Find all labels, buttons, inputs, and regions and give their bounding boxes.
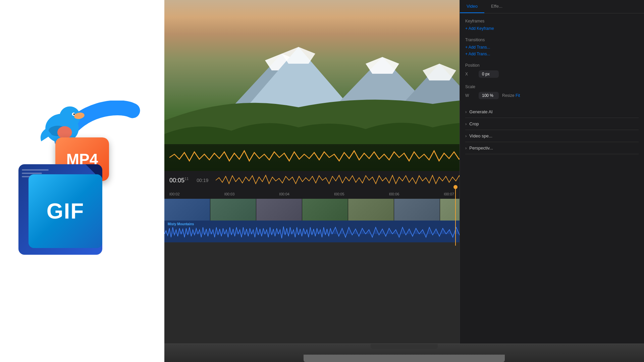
video-spec-section[interactable]: › Video spe... [465, 130, 639, 142]
position-section: Position X 0 px [465, 63, 639, 78]
tab-video[interactable]: Video [460, 0, 484, 13]
thumbnail-5 [348, 199, 394, 221]
crop-section[interactable]: › Crop [465, 118, 639, 130]
playhead-head [453, 185, 458, 189]
position-title: Position [465, 63, 639, 68]
thumbnail-2 [210, 199, 256, 221]
generate-ai-section[interactable]: › Generate AI [465, 106, 639, 118]
audio-track-label: Misty Mountains [168, 222, 194, 226]
thumbnail-1 [164, 199, 210, 221]
ruler-mark-4: I00:05 [334, 192, 344, 196]
tab-effects[interactable]: Effe... [484, 0, 509, 13]
w-value[interactable]: 100 % [479, 92, 499, 99]
gif-line-2 [22, 173, 42, 174]
right-panel: Video Effe... Keyframes + Add Keyframe T… [460, 0, 644, 362]
transitions-section: Transitions + Add Trans... + Add Trans..… [465, 38, 639, 56]
ruler-mark-3: I00:04 [279, 192, 289, 196]
perspective-section[interactable]: › Perspectiv... [465, 142, 639, 154]
app-container: 00:0511 00:19 🔇 ⏪ ▶ ⏩ ⏭ 111% ⛶ 🔍 [164, 0, 644, 362]
svg-point-5 [73, 113, 75, 115]
ruler-mark-2: I00:03 [224, 192, 235, 196]
svg-marker-14 [282, 47, 315, 64]
add-keyframe-button[interactable]: + Add Keyframe [465, 26, 639, 31]
conversion-graphic: MP4 GIF [12, 97, 153, 265]
left-graphic-area: MP4 GIF [0, 0, 164, 362]
gif-line-1 [22, 169, 49, 171]
mini-waveform-svg [216, 174, 466, 186]
ruler-mark-1: I00:02 [169, 192, 180, 196]
add-transition-button-2[interactable]: + Add Trans... [465, 52, 639, 56]
svg-point-7 [57, 126, 72, 139]
w-label: W [465, 93, 475, 98]
chevron-right-icon-4: › [465, 145, 467, 150]
playhead [455, 187, 456, 246]
gif-file-front: GIF [29, 174, 102, 248]
x-label: X [465, 72, 475, 76]
svg-marker-18 [423, 64, 456, 80]
position-row: X 0 px [465, 70, 639, 78]
thumbnail-4 [302, 199, 348, 221]
scale-section: Scale W 100 % Resize Fit [465, 84, 639, 99]
mini-waveform [216, 174, 466, 186]
panel-content: Keyframes + Add Keyframe Transitions + A… [460, 13, 644, 160]
svg-marker-16 [366, 57, 399, 74]
chevron-right-icon-2: › [465, 121, 467, 126]
laptop-notch [371, 344, 438, 349]
gif-label: GIF [47, 199, 85, 224]
add-transition-button-1[interactable]: + Add Trans... [465, 45, 639, 50]
laptop-stand-base [304, 355, 505, 362]
thumbnail-3 [256, 199, 302, 221]
current-time-display: 00:0511 [169, 177, 189, 184]
thumbnail-6 [394, 199, 440, 221]
x-value[interactable]: 0 px [479, 70, 499, 78]
gif-file-icon: GIF [18, 154, 112, 255]
resize-label: Resize [502, 93, 512, 98]
chevron-right-icon-3: › [465, 133, 467, 138]
ruler-mark-5: I00:06 [389, 192, 399, 196]
fit-button[interactable]: Fit [516, 93, 520, 98]
keyframes-section: Keyframes + Add Keyframe [465, 19, 639, 31]
scale-row: W 100 % Resize Fit [465, 92, 639, 99]
scale-title: Scale [465, 84, 639, 89]
transitions-title: Transitions [465, 38, 639, 42]
panel-tabs: Video Effe... [460, 0, 644, 13]
keyframes-title: Keyframes [465, 19, 639, 23]
chevron-right-icon: › [465, 109, 467, 114]
ruler-mark-6: I00:07 [444, 192, 454, 196]
duration-display: 00:19 [197, 178, 208, 183]
